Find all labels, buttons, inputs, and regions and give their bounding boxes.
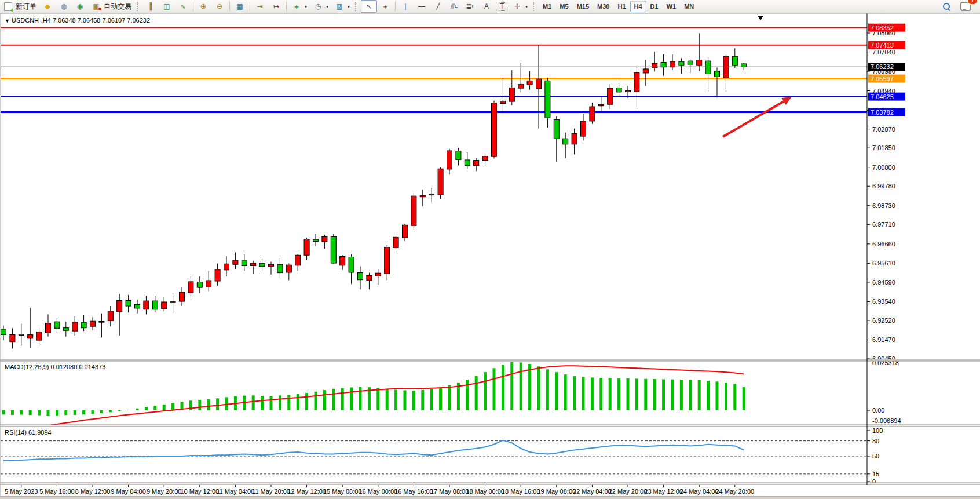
indicators-icon: ＋: [291, 2, 302, 11]
arrows-tool-button[interactable]: ✛▾: [509, 0, 531, 13]
date-label: 17 May 08:00: [430, 488, 469, 495]
text-icon: A: [481, 2, 492, 11]
fibonacci-icon: ≣F: [465, 2, 476, 11]
tab-timeframe-m1[interactable]: M1: [539, 1, 555, 12]
price-badge: 7.04625: [868, 93, 905, 101]
trendline-icon: ╱: [433, 2, 443, 11]
svg-text:7.03782: 7.03782: [871, 109, 894, 116]
new-order-button[interactable]: 新订单: [0, 0, 39, 13]
price-badge: 7.05597: [868, 75, 905, 83]
one-click-expander-icon[interactable]: ▼: [5, 18, 10, 24]
auto-scroll-button[interactable]: ⇥: [252, 0, 268, 13]
svg-text:6.91470: 6.91470: [872, 336, 895, 343]
new-order-icon: [3, 2, 13, 11]
tile-windows-button[interactable]: ▦: [232, 0, 248, 13]
crosshair-tool-button[interactable]: ＋: [377, 0, 393, 13]
autotrading-label: 自动交易: [104, 2, 131, 12]
tab-timeframe-mn[interactable]: MN: [680, 1, 698, 12]
equidistant-channel-icon: ⫻E: [449, 2, 459, 11]
date-label: 15 May 08:00: [323, 488, 362, 495]
horizontal-line-icon: —: [416, 2, 427, 11]
date-label: 11 May 04:00: [216, 488, 254, 495]
svg-text:7.06232: 7.06232: [871, 63, 894, 70]
dropdown-arrow-icon: ▾: [326, 4, 328, 9]
metaeditor-button[interactable]: ◆: [39, 0, 56, 13]
chart-shift-button[interactable]: ↦: [268, 0, 284, 13]
price-badge: 7.06232: [868, 63, 905, 71]
terminal-button[interactable]: ◍: [56, 0, 72, 13]
date-label: 22 May 20:00: [609, 488, 648, 495]
macd-pane[interactable]: [1, 361, 867, 425]
periods-clock-icon: ◷: [313, 2, 323, 11]
signals-button[interactable]: ◉: [72, 0, 88, 13]
autotrading-button[interactable]: ▣ 自动交易: [88, 0, 134, 13]
date-label: 9 May 20:00: [147, 488, 182, 495]
tab-timeframe-m30[interactable]: M30: [593, 1, 613, 12]
terminal-icon: ◍: [58, 2, 69, 11]
chat-button[interactable]: 1: [957, 0, 974, 13]
main-toolbar: 新订单 ◆ ◍ ◉ ▣ 自动交易 ║ ◫ ∿ ⊕ ⊖ ▦ ⇥ ↦ ＋▾ ◷▾ ▨…: [0, 0, 980, 13]
toolbar-grip[interactable]: [533, 2, 536, 11]
signals-icon: ◉: [75, 2, 85, 11]
dropdown-arrow-icon: ▾: [348, 4, 350, 9]
tab-timeframe-d1[interactable]: D1: [646, 1, 663, 12]
tab-timeframe-h1[interactable]: H1: [613, 1, 630, 12]
trendline-tool-button[interactable]: ╱: [430, 0, 446, 13]
price-badge: 7.08352: [868, 24, 905, 32]
indicators-button[interactable]: ＋▾: [288, 0, 310, 13]
tab-timeframe-h4[interactable]: H4: [630, 1, 646, 12]
search-button[interactable]: [940, 0, 953, 13]
date-label: 19 May 08:00: [537, 488, 576, 495]
date-label: 8 May 12:00: [75, 488, 111, 495]
bar-chart-button[interactable]: ║: [142, 0, 159, 13]
fibonacci-tool-button[interactable]: ≣F: [462, 0, 478, 13]
text-tool-button[interactable]: A: [478, 0, 495, 13]
date-label: 12 May 12:00: [287, 488, 326, 495]
text-label-tool-button[interactable]: T: [495, 0, 509, 13]
date-label: 22 May 04:00: [573, 488, 612, 495]
toolbar-separator: [395, 2, 396, 11]
toolbar-grip[interactable]: [355, 2, 359, 11]
zoom-in-icon: ⊕: [198, 2, 209, 11]
rsi-axis-label: 80: [872, 438, 879, 445]
toolbar-grip[interactable]: [137, 2, 140, 11]
candlestick-chart-button[interactable]: ◫: [159, 0, 175, 13]
line-chart-icon: ∿: [178, 2, 188, 11]
macd-axis-label: 0.00: [872, 407, 884, 414]
templates-button[interactable]: ▨▾: [331, 0, 353, 13]
date-label: 24 May 20:00: [715, 488, 754, 495]
chart-shift-icon: ↦: [271, 2, 281, 11]
cursor-tool-button[interactable]: ↖: [361, 0, 377, 13]
toolbar-separator: [193, 2, 193, 11]
rsi-indicator-label: RSI(14) 61.9894: [5, 429, 52, 436]
svg-text:7.02870: 7.02870: [872, 126, 895, 133]
vertical-line-tool-button[interactable]: ｜: [397, 0, 414, 13]
autotrading-icon: ▣: [91, 2, 101, 11]
date-label: 18 May 00:00: [466, 488, 504, 495]
dropdown-arrow-icon: ▾: [525, 4, 528, 9]
svg-text:7.05597: 7.05597: [871, 75, 894, 82]
tab-timeframe-m15[interactable]: M15: [573, 1, 593, 12]
bar-chart-icon: ║: [145, 2, 156, 11]
svg-text:7.07040: 7.07040: [872, 49, 895, 56]
periods-button[interactable]: ◷▾: [310, 0, 331, 13]
svg-text:7.04625: 7.04625: [871, 93, 894, 100]
svg-text:7.08352: 7.08352: [871, 24, 894, 31]
line-chart-button[interactable]: ∿: [175, 0, 191, 13]
horizontal-line-tool-button[interactable]: —: [414, 0, 430, 13]
tab-timeframe-m5[interactable]: M5: [555, 1, 572, 12]
date-label: 18 May 16:00: [502, 488, 540, 495]
zoom-out-button[interactable]: ⊖: [211, 0, 228, 13]
channel-tool-button[interactable]: ⫻E: [446, 0, 462, 13]
notification-badge: 1: [967, 0, 978, 5]
zoom-in-button[interactable]: ⊕: [195, 0, 211, 13]
dropdown-arrow-icon: ▾: [305, 4, 307, 9]
date-label: 9 May 04:00: [111, 488, 146, 495]
zoom-out-icon: ⊖: [214, 2, 225, 11]
svg-text:6.92520: 6.92520: [872, 317, 895, 324]
date-label: 10 May 12:00: [180, 488, 219, 495]
price-badge: 7.07413: [868, 41, 905, 49]
tab-timeframe-w1[interactable]: W1: [663, 1, 681, 12]
text-label-icon: T: [498, 2, 506, 11]
templates-icon: ▨: [334, 2, 345, 11]
